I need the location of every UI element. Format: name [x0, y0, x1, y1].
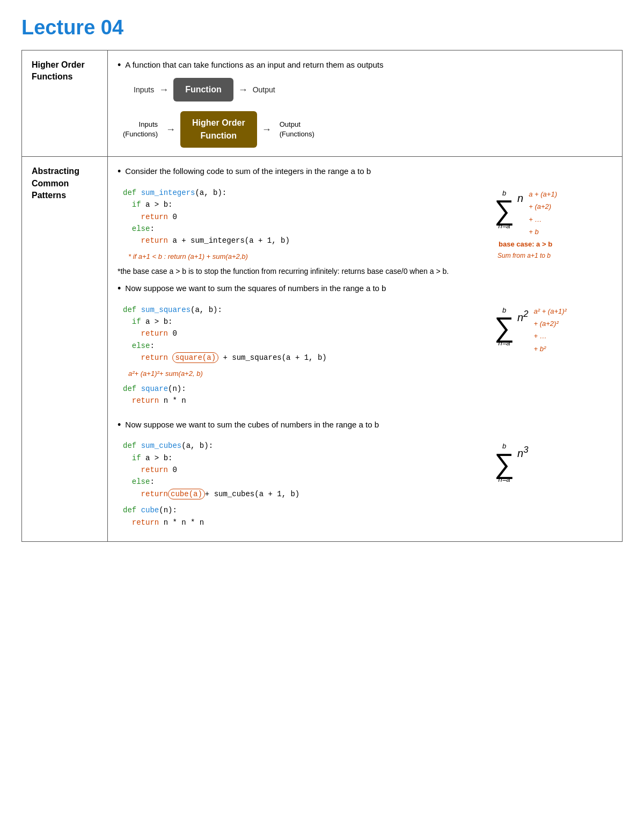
diagram1-inputs: Inputs — [134, 84, 154, 96]
sum-integers-annotation: a + (a+1) + (a+2) + … + b — [529, 188, 557, 238]
sum-squares-section: def sum_squares(a, b): if a > b: return … — [118, 300, 612, 411]
arrow2: → — [233, 83, 253, 97]
bullet3-text: Now suppose we want to sum the cubes of … — [125, 419, 379, 431]
diagram2-output-label: Output(Functions) — [280, 120, 314, 139]
function-box: Function — [173, 78, 233, 101]
topic-hof: Higher OrderFunctions — [22, 50, 108, 157]
sum-cubes-code: def sum_cubes(a, b): if a > b: return 0 … — [118, 436, 478, 533]
arrow1: → — [154, 83, 173, 97]
bullet2: • Now suppose we want to sum the squares… — [118, 282, 612, 295]
sum-cubes-math: b ∑ n=a n3 — [494, 436, 612, 484]
hof-bullet-text: A function that can take functions as an… — [125, 59, 383, 71]
bullet1-text: Consider the following code to sum of th… — [125, 165, 371, 178]
sum-squares-math: b ∑ n=a n2 a² + (a+1)² + (a+2)² + … — [494, 300, 612, 356]
diagram2-inputs-label: Inputs(Functions) — [123, 120, 158, 139]
sum-integers-code: def sum_integers(a, b): if a > b: return… — [118, 183, 478, 262]
sum-squares-code: def sum_squares(a, b): if a > b: return … — [118, 300, 478, 411]
sum-squares-annotation: a² + (a+1)² + (a+2)² + … + b² — [533, 305, 566, 356]
content-abstracting: • Consider the following code to sum of … — [108, 157, 623, 542]
sum-integers-section: def sum_integers(a, b): if a > b: return… — [118, 183, 612, 262]
hof-box: Higher OrderFunction — [180, 111, 257, 148]
bullet3: • Now suppose we want to sum the cubes o… — [118, 419, 612, 431]
topic-abstracting: AbstractingCommonPatterns — [22, 157, 108, 542]
sum-integers-math: b ∑ n=a n a + (a+1) + (a+2) + … — [494, 183, 612, 260]
arrow3: → — [161, 122, 180, 137]
bullet2-text: Now suppose we want to sum the squares o… — [125, 282, 386, 295]
bullet1: • Consider the following code to sum of … — [118, 165, 612, 178]
arrow4: → — [257, 122, 276, 137]
sum-cubes-section: def sum_cubes(a, b): if a > b: return 0 … — [118, 436, 612, 533]
star-note: *the base case a > b is to stop the func… — [118, 266, 612, 277]
sum-integers-note: * if a+1 < b : return (a+1) + sum(a+2,b) — [128, 251, 478, 262]
hof-diagram: Inputs(Functions) → Higher OrderFunction… — [123, 111, 612, 148]
page-title: Lecture 04 — [21, 16, 623, 39]
function-diagram: Inputs → Function → Output — [134, 78, 612, 101]
diagram1-output: Output — [253, 84, 275, 96]
sum-squares-note: a²+ (a+1)²+ sum(a+2, b) — [128, 368, 478, 379]
content-hof: • A function that can take functions as … — [108, 50, 623, 157]
